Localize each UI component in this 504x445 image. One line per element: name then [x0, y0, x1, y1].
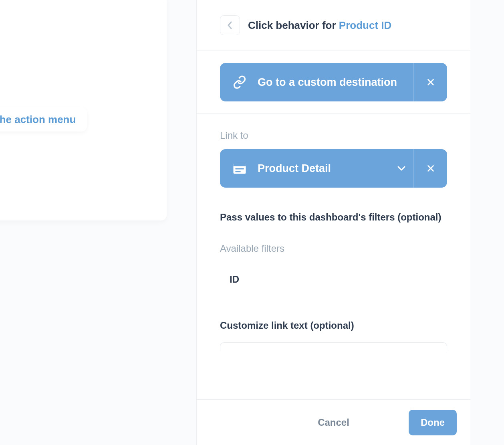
- close-icon: [426, 164, 435, 173]
- svg-rect-2: [235, 168, 244, 170]
- customize-link-text-section: Customize link text (optional): [197, 304, 470, 331]
- action-menu-option[interactable]: the action menu: [0, 107, 87, 131]
- chevron-down-icon: [397, 166, 406, 171]
- dashboard-icon: [233, 162, 246, 175]
- click-behavior-panel: Click behavior for Product ID Go to a cu…: [196, 0, 470, 445]
- back-button[interactable]: [220, 15, 240, 35]
- link-to-section: Link to Product Detail: [197, 114, 470, 200]
- svg-rect-1: [234, 163, 246, 166]
- behavior-label: Go to a custom destination: [258, 76, 397, 89]
- link-to-clear-button[interactable]: [413, 149, 447, 188]
- panel-title: Click behavior for Product ID: [248, 19, 391, 32]
- behavior-clear-button[interactable]: [413, 63, 447, 101]
- link-to-selector-main[interactable]: Product Detail: [220, 149, 389, 188]
- chevron-left-icon: [227, 21, 233, 29]
- link-icon: [233, 75, 246, 89]
- link-to-selector[interactable]: Product Detail: [220, 149, 447, 188]
- pass-values-section: Pass values to this dashboard's filters …: [197, 200, 470, 235]
- available-filters-section: Available filters ID: [197, 235, 470, 304]
- action-menu-label: the action menu: [0, 113, 76, 126]
- panel-title-prefix: Click behavior for: [248, 19, 339, 31]
- done-button[interactable]: Done: [409, 410, 457, 435]
- behavior-selector-main[interactable]: Go to a custom destination: [220, 63, 413, 101]
- link-to-label: Link to: [220, 130, 447, 141]
- panel-footer: Cancel Done: [197, 399, 470, 445]
- link-to-value: Product Detail: [258, 162, 331, 175]
- link-to-dropdown-toggle[interactable]: [389, 149, 413, 188]
- available-filters-label: Available filters: [220, 243, 447, 254]
- behavior-section: Go to a custom destination: [197, 51, 470, 114]
- panel-header: Click behavior for Product ID: [197, 0, 470, 51]
- panel-title-column[interactable]: Product ID: [339, 19, 391, 31]
- filter-chip-label: ID: [230, 274, 239, 285]
- behavior-selector[interactable]: Go to a custom destination: [220, 63, 447, 101]
- link-text-input[interactable]: [220, 342, 447, 351]
- svg-rect-3: [235, 171, 241, 172]
- filter-chip-id[interactable]: ID: [220, 267, 249, 292]
- cancel-button[interactable]: Cancel: [318, 417, 349, 428]
- pass-values-heading: Pass values to this dashboard's filters …: [220, 212, 447, 223]
- close-icon: [426, 78, 435, 87]
- customize-link-text-heading: Customize link text (optional): [220, 320, 447, 331]
